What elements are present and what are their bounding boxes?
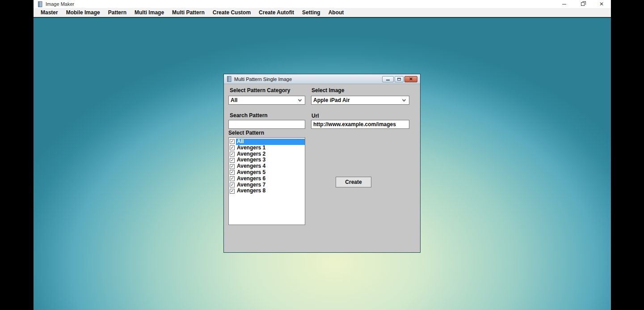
create-button[interactable]: Create: [336, 177, 371, 187]
pattern-category-value: All: [231, 97, 237, 103]
pattern-list-item[interactable]: ✓Avengers 4: [229, 163, 305, 170]
dialog-title: Multi Pattern Single Image: [234, 76, 292, 82]
pattern-list-item[interactable]: ✓Avengers 3: [229, 157, 305, 163]
checkbox-icon[interactable]: ✓: [230, 170, 235, 175]
dialog-minimize-button[interactable]: [382, 76, 394, 82]
select-image-label: Select Image: [311, 87, 344, 93]
chevron-down-icon: [402, 98, 406, 101]
pattern-list-item-label: Avengers 3: [236, 157, 305, 163]
checkbox-icon[interactable]: ✓: [230, 139, 235, 144]
url-input[interactable]: [311, 120, 409, 129]
app-icon: [38, 1, 42, 7]
menu-item-mobile-image[interactable]: Mobile Image: [62, 9, 104, 16]
minimize-icon: [562, 4, 566, 4]
menu-item-pattern[interactable]: Pattern: [104, 9, 130, 16]
close-button[interactable]: ✕: [592, 0, 611, 8]
checkbox-icon[interactable]: ✓: [230, 189, 235, 194]
pattern-list-item[interactable]: ✓Avengers 2: [229, 151, 305, 157]
menu-item-master[interactable]: Master: [37, 9, 62, 16]
window-titlebar: Image Maker ✕: [34, 0, 611, 8]
dialog-controls: ✕: [382, 76, 418, 82]
pattern-list-item-label: Avengers 7: [236, 182, 305, 188]
select-pattern-label: Select Pattern: [228, 130, 264, 136]
restore-button[interactable]: [573, 0, 592, 8]
multi-pattern-dialog: Multi Pattern Single Image ✕ Select Patt…: [223, 74, 421, 253]
checkbox-icon[interactable]: ✓: [230, 152, 235, 157]
pattern-list-item-label: Avengers 8: [236, 188, 305, 194]
select-image-value: Apple iPad Air: [313, 97, 350, 103]
minimize-button[interactable]: [555, 0, 573, 8]
search-pattern-label: Search Pattern: [230, 112, 268, 119]
pattern-list-item-label: Avengers 1: [236, 145, 305, 151]
menu-item-setting[interactable]: Setting: [298, 9, 324, 16]
pattern-list-item[interactable]: ✓All: [229, 139, 305, 145]
pattern-list-item[interactable]: ✓Avengers 6: [229, 176, 305, 182]
checkbox-icon[interactable]: ✓: [230, 164, 235, 169]
url-label: Url: [311, 113, 319, 119]
dialog-titlebar[interactable]: Multi Pattern Single Image ✕: [224, 74, 420, 84]
restore-icon: [581, 2, 585, 6]
pattern-list-item-label: Avengers 5: [236, 170, 305, 176]
menu-item-create-autofit[interactable]: Create Autofit: [255, 9, 298, 16]
window-controls: ✕: [555, 0, 611, 8]
close-icon: ✕: [599, 1, 604, 7]
dialog-body: Select Pattern Category All Select Image…: [224, 84, 420, 253]
pattern-list[interactable]: ✓All✓Avengers 1✓Avengers 2✓Avengers 3✓Av…: [228, 137, 305, 225]
dialog-close-button[interactable]: ✕: [404, 76, 417, 82]
menu-bar: MasterMobile ImagePatternMulti ImageMult…: [34, 8, 611, 18]
pattern-list-item-label: All: [236, 139, 305, 145]
menu-item-create-custom[interactable]: Create Custom: [209, 9, 255, 16]
pattern-list-item[interactable]: ✓Avengers 5: [229, 170, 305, 176]
search-pattern-input[interactable]: [228, 120, 305, 129]
pattern-list-item[interactable]: ✓Avengers 1: [229, 145, 305, 151]
checkbox-icon[interactable]: ✓: [230, 176, 235, 181]
pattern-category-label: Select Pattern Category: [230, 87, 290, 93]
pattern-list-item[interactable]: ✓Avengers 7: [229, 182, 305, 188]
menu-item-multi-image[interactable]: Multi Image: [130, 9, 168, 16]
checkbox-icon[interactable]: ✓: [230, 145, 235, 150]
pattern-list-item[interactable]: ✓Avengers 8: [229, 188, 305, 194]
select-image-dropdown[interactable]: Apple iPad Air: [311, 96, 409, 105]
menu-item-about[interactable]: About: [324, 9, 348, 16]
window-title: Image Maker: [46, 1, 74, 7]
pattern-category-dropdown[interactable]: All: [228, 96, 305, 105]
menu-item-multi-pattern[interactable]: Multi Pattern: [168, 9, 209, 16]
close-icon: ✕: [409, 77, 412, 81]
checkbox-icon[interactable]: ✓: [230, 158, 235, 163]
dialog-maximize-button[interactable]: [395, 76, 404, 82]
maximize-icon: [397, 78, 401, 81]
chevron-down-icon: [298, 98, 302, 101]
pattern-list-item-label: Avengers 4: [236, 163, 305, 170]
checkbox-icon[interactable]: ✓: [230, 183, 235, 187]
pattern-list-item-label: Avengers 6: [236, 176, 305, 182]
minimize-icon: [386, 80, 390, 81]
pattern-list-item-label: Avengers 2: [236, 151, 305, 157]
dialog-icon: [227, 76, 232, 82]
